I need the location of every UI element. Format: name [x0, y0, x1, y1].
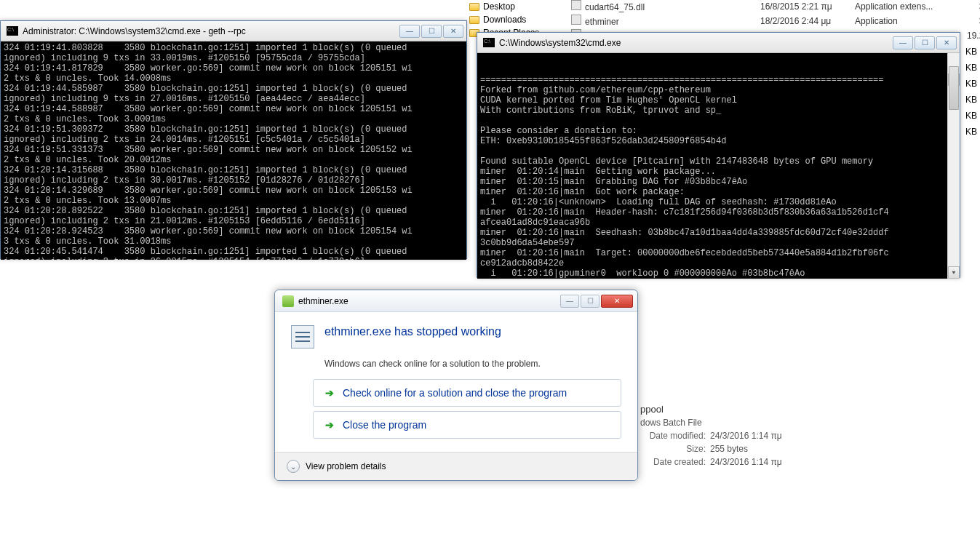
error-dialog: ethminer.exe — ☐ ✕ ethminer.exe has stop… — [274, 290, 638, 481]
arrow-icon: ➔ — [324, 419, 335, 431]
cmd-icon — [7, 26, 18, 36]
dialog-title: ethminer.exe — [298, 296, 348, 306]
close-button[interactable]: ✕ — [443, 25, 463, 38]
maximize-button[interactable]: ☐ — [421, 25, 442, 38]
view-details-button[interactable]: ⌄ View problem details — [275, 452, 637, 480]
maximize-button[interactable]: ☐ — [581, 295, 599, 308]
program-icon — [291, 325, 314, 348]
size-col-peek: KB KB KB KB KB KB — [965, 44, 977, 140]
close-button[interactable]: ✕ — [601, 295, 633, 308]
file-row[interactable]: ethminer 18/2/2016 2:44 μμ Application 3… — [571, 15, 980, 27]
sidebar-item-desktop[interactable]: Desktop — [455, 0, 539, 13]
titlebar[interactable]: Administrator: C:\Windows\system32\cmd.e… — [1, 21, 466, 41]
dialog-titlebar[interactable]: ethminer.exe — ☐ ✕ — [275, 290, 637, 312]
minimize-button[interactable]: — — [893, 36, 913, 49]
minimize-button[interactable]: — — [560, 295, 579, 308]
folder-icon — [469, 3, 479, 11]
console-output: ========================================… — [477, 53, 960, 279]
sidebar-item-downloads[interactable]: Downloads — [455, 13, 539, 26]
window-title: Administrator: C:\Windows\system32\cmd.e… — [23, 26, 246, 36]
titlebar[interactable]: C:\Windows\system32\cmd.exe — ☐ ✕ — [477, 33, 960, 53]
scroll-down-button[interactable]: ▼ — [948, 266, 960, 279]
maximize-button[interactable]: ☐ — [915, 36, 935, 49]
app-icon — [282, 295, 294, 307]
close-button[interactable]: ✕ — [936, 36, 957, 49]
scrollbar[interactable]: ▲ ▼ — [947, 53, 960, 279]
details-pane: ppool dows Batch File Date modified:24/3… — [640, 403, 782, 469]
file-row[interactable]: cudart64_75.dll 16/8/2015 2:21 πμ Applic… — [571, 0, 980, 12]
file-icon — [571, 15, 581, 25]
details-filetype: dows Batch File — [640, 416, 782, 429]
error-message: Windows can check online for a solution … — [324, 359, 621, 369]
window-title: C:\Windows\system32\cmd.exe — [499, 38, 621, 48]
check-online-option[interactable]: ➔ Check online for a solution and close … — [313, 379, 621, 407]
arrow-icon: ➔ — [324, 387, 335, 399]
minimize-button[interactable]: — — [399, 25, 420, 38]
close-program-option[interactable]: ➔ Close the program — [313, 411, 621, 439]
file-icon — [571, 0, 581, 10]
console-window-cmd: C:\Windows\system32\cmd.exe — ☐ ✕ ======… — [477, 32, 960, 278]
console-window-geth: Administrator: C:\Windows\system32\cmd.e… — [0, 20, 467, 259]
folder-icon — [469, 16, 479, 24]
details-filename: ppool — [640, 403, 782, 416]
cmd-icon — [483, 38, 495, 47]
chevron-down-icon: ⌄ — [287, 460, 300, 473]
scroll-thumb[interactable] — [949, 66, 959, 110]
console-output: 324 01:19:41.803828 3580 blockchain.go:1… — [1, 41, 466, 260]
error-heading: ethminer.exe has stopped working — [324, 325, 501, 338]
